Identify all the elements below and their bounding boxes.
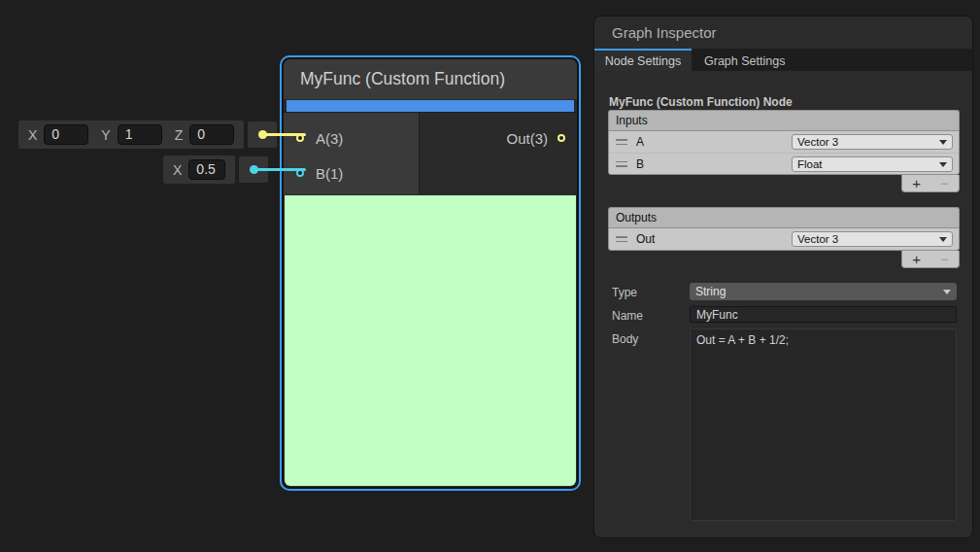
inputs-list: Inputs A Vector 3 B Float + − xyxy=(608,110,960,192)
vector-component-z: Z 0 xyxy=(175,124,235,145)
add-input-button[interactable]: + xyxy=(912,176,921,190)
component-label-y: Y xyxy=(101,127,110,143)
name-field[interactable]: MyFunc xyxy=(690,306,957,323)
list-item[interactable]: A Vector 3 xyxy=(609,131,959,153)
drag-handle-icon[interactable] xyxy=(616,236,627,242)
type-label: Type xyxy=(612,286,637,299)
node-accent-strip xyxy=(287,100,574,112)
input-port-a[interactable]: A(3) xyxy=(284,125,343,151)
edge-wire-a[interactable] xyxy=(262,133,306,136)
component-value-x[interactable]: 0 xyxy=(44,124,88,145)
remove-input-button[interactable]: − xyxy=(940,176,949,190)
node-body: MyFunc (Custom Function) A(3) B(1) Out(3… xyxy=(284,59,577,487)
outputs-list-header: Outputs xyxy=(608,207,960,227)
node-ports-section: A(3) B(1) Out(3) xyxy=(284,112,577,194)
input-row-name: A xyxy=(636,135,644,149)
add-output-button[interactable]: + xyxy=(912,252,921,266)
component-label-z: Z xyxy=(175,127,184,143)
dropdown-value: Vector 3 xyxy=(797,136,838,148)
outputs-list: Outputs Out Vector 3 + − xyxy=(608,207,960,268)
input-type-dropdown[interactable]: Float xyxy=(792,156,953,172)
chevron-down-icon xyxy=(943,290,951,294)
vector-component-x: X 0 xyxy=(28,124,88,145)
component-label-x: X xyxy=(28,127,37,143)
name-label: Name xyxy=(612,309,643,323)
output-row-name: Out xyxy=(636,232,655,246)
list-item[interactable]: Out Vector 3 xyxy=(609,228,959,250)
vector3-input-widget: X 0 Y 1 Z 0 xyxy=(18,121,244,149)
tab-node-settings[interactable]: Node Settings xyxy=(594,49,692,71)
float-component-x: X 0.5 xyxy=(173,159,225,180)
inspector-title[interactable]: Graph Inspector xyxy=(594,17,972,49)
dropdown-value: Vector 3 xyxy=(797,233,838,245)
custom-function-node[interactable]: MyFunc (Custom Function) A(3) B(1) Out(3… xyxy=(280,55,581,491)
input-row-name: B xyxy=(636,157,644,171)
output-port-out[interactable]: Out(3) xyxy=(506,125,565,151)
chevron-down-icon xyxy=(939,140,947,145)
port-b-label: B(1) xyxy=(316,165,343,182)
outputs-list-rows: Out Vector 3 xyxy=(608,227,960,251)
inputs-list-rows: A Vector 3 B Float xyxy=(608,130,960,175)
port-out-ring-icon[interactable] xyxy=(558,134,565,142)
inputs-list-footer: + − xyxy=(901,175,960,192)
graph-inspector-panel: Graph Inspector Node Settings Graph Sett… xyxy=(594,17,972,537)
port-a-label: A(3) xyxy=(316,130,343,147)
tab-graph-settings[interactable]: Graph Settings xyxy=(704,49,785,71)
input-port-b[interactable]: B(1) xyxy=(284,160,343,186)
body-label: Body xyxy=(612,332,638,346)
outputs-list-footer: + − xyxy=(901,251,960,268)
chevron-down-icon xyxy=(939,162,947,167)
inputs-list-header: Inputs xyxy=(608,110,960,130)
drag-handle-icon[interactable] xyxy=(616,139,627,145)
dropdown-value: Float xyxy=(797,158,823,170)
edge-wire-b[interactable] xyxy=(253,168,306,171)
vector-component-y: Y 1 xyxy=(101,124,161,145)
output-type-dropdown[interactable]: Vector 3 xyxy=(792,231,953,247)
component-label-x: X xyxy=(173,162,182,178)
drag-handle-icon[interactable] xyxy=(616,161,627,167)
body-textarea[interactable]: Out = A + B + 1/2; xyxy=(690,328,957,521)
inspector-tab-bar: Node Settings Graph Settings xyxy=(594,49,972,71)
component-value-y[interactable]: 1 xyxy=(118,124,162,145)
component-value-z[interactable]: 0 xyxy=(189,124,234,145)
list-item[interactable]: B Float xyxy=(609,153,959,174)
component-value-x[interactable]: 0.5 xyxy=(188,159,225,180)
port-out-label: Out(3) xyxy=(506,130,548,147)
node-preview xyxy=(285,195,576,486)
float-input-widget: X 0.5 xyxy=(163,155,235,184)
dropdown-value: String xyxy=(695,285,726,298)
input-type-dropdown[interactable]: Vector 3 xyxy=(792,134,953,150)
node-title[interactable]: MyFunc (Custom Function) xyxy=(284,59,577,99)
chevron-down-icon xyxy=(939,237,947,242)
type-dropdown[interactable]: String xyxy=(690,283,957,300)
node-settings-heading: MyFunc (Custom Function) Node xyxy=(609,95,793,109)
remove-output-button[interactable]: − xyxy=(940,252,949,266)
